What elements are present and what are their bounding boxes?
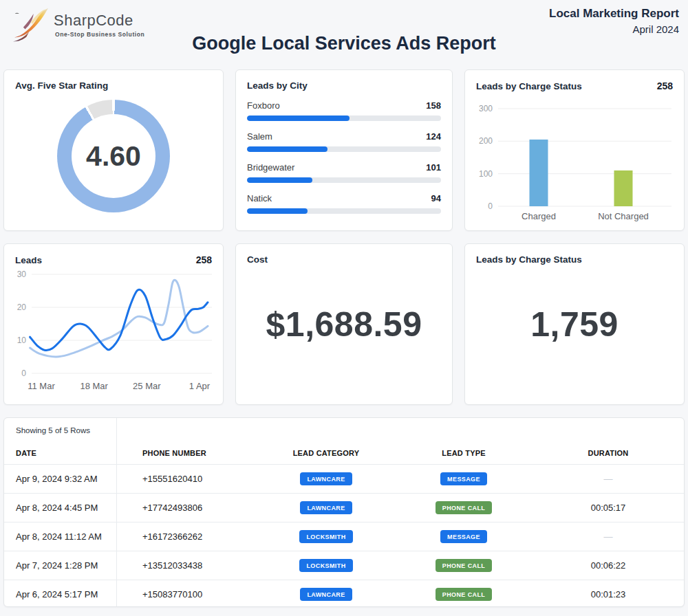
- city-label: Foxboro: [247, 100, 280, 111]
- table-row: Apr 8, 2024 11:12 AM+16172366262LOCKSMIT…: [4, 522, 684, 551]
- city-bar-track: [247, 116, 441, 121]
- cell-date: Apr 9, 2024 9:32 AM: [4, 474, 116, 484]
- cell-duration: —: [533, 474, 684, 484]
- brand-name: SharpCode: [54, 12, 144, 30]
- charge-status-bar-chart: 0100200300ChargedNot Charged: [476, 91, 673, 226]
- card-title: Avg. Five Star Rating: [15, 80, 108, 91]
- city-label: Natick: [247, 193, 272, 204]
- report-name: Local Marketing Report: [549, 7, 679, 21]
- rating-value: 4.60: [86, 140, 141, 173]
- report-meta: Local Marketing Report April 2024: [549, 7, 679, 35]
- cell-date: Apr 8, 2024 11:12 AM: [4, 531, 116, 542]
- table-row-count: Showing 5 of 5 Rows: [4, 418, 684, 442]
- city-value: 158: [426, 100, 441, 111]
- city-bar-row: Salem124: [247, 131, 441, 152]
- cell-date: Apr 7, 2024 1:28 PM: [4, 560, 116, 571]
- cell-duration: 00:05:17: [533, 503, 684, 513]
- cell-duration: —: [533, 531, 684, 542]
- leads-total-value: 1,759: [530, 305, 619, 344]
- cell-duration: 00:06:22: [533, 560, 684, 571]
- cell-lead-category: LOCKSMITH: [257, 559, 395, 572]
- svg-text:0: 0: [488, 201, 493, 211]
- column-header-duration: DURATION: [533, 449, 684, 457]
- cost-value: $1,688.59: [266, 305, 422, 344]
- cell-phone-number: +15551620410: [116, 474, 257, 484]
- cell-date: Apr 8, 2024 4:45 PM: [4, 503, 116, 513]
- column-header-lead-type: LEAD TYPE: [395, 449, 533, 457]
- card-title: Leads: [15, 255, 42, 265]
- cell-lead-type: MESSAGE: [395, 530, 533, 543]
- lead-type-badge: MESSAGE: [440, 472, 487, 485]
- city-bar-fill: [247, 177, 312, 183]
- lead-category-badge: LAWNCARE: [300, 588, 352, 601]
- lead-type-badge: PHONE CALL: [436, 559, 493, 572]
- svg-text:30: 30: [17, 270, 27, 279]
- widgets-grid: Avg. Five Star Rating 4.60 Leads by City…: [3, 69, 685, 405]
- svg-text:18 Mar: 18 Mar: [80, 381, 108, 391]
- cell-lead-type: PHONE CALL: [395, 501, 533, 514]
- table-row: Apr 7, 2024 1:28 PM+13512033438LOCKSMITH…: [4, 551, 684, 580]
- table-row: Apr 9, 2024 9:32 AM+15551620410LAWNCAREM…: [4, 464, 684, 493]
- table-column-divider: [116, 418, 117, 606]
- card-leads-by-city: Leads by City Foxboro158Salem124Bridgewa…: [235, 69, 453, 231]
- cell-lead-category: LAWNCARE: [257, 501, 395, 514]
- city-bar-track: [247, 146, 441, 152]
- card-charge-status-chart: Leads by Charge Status 258 0100200300Cha…: [464, 69, 685, 231]
- city-label: Bridgewater: [247, 162, 294, 173]
- report-header: SharpCode One-Stop Business Solution Goo…: [0, 0, 688, 69]
- report-period: April 2024: [549, 23, 679, 35]
- cell-phone-number: +13512033438: [116, 560, 257, 571]
- svg-text:1 Apr: 1 Apr: [189, 381, 211, 391]
- city-bar-fill: [247, 146, 327, 152]
- rating-donut-chart: 4.60: [57, 100, 170, 212]
- svg-text:300: 300: [479, 104, 493, 113]
- donut-hole: 4.60: [72, 114, 155, 198]
- card-title: Leads by Charge Status: [476, 81, 582, 91]
- city-bar-fill: [247, 116, 350, 121]
- cell-lead-type: PHONE CALL: [395, 559, 533, 572]
- column-header-phone-number: PHONE NUMBER: [116, 449, 257, 457]
- svg-text:10: 10: [17, 336, 27, 345]
- city-value: 94: [431, 193, 441, 204]
- table-header-row: DATE PHONE NUMBER LEAD CATEGORY LEAD TYP…: [4, 442, 684, 464]
- cell-phone-number: +16172366262: [116, 531, 257, 542]
- card-title: Leads by City: [247, 80, 308, 91]
- cell-date: Apr 6, 2024 5:17 PM: [4, 589, 116, 600]
- cell-lead-category: LOCKSMITH: [257, 530, 395, 543]
- city-value: 124: [426, 131, 441, 142]
- cell-lead-type: PHONE CALL: [395, 588, 533, 601]
- svg-text:100: 100: [479, 169, 493, 179]
- card-total-value: 258: [657, 80, 673, 91]
- svg-text:25 Mar: 25 Mar: [133, 381, 161, 391]
- city-value: 101: [426, 162, 441, 173]
- svg-text:20: 20: [17, 302, 27, 312]
- cell-lead-category: LAWNCARE: [257, 588, 395, 601]
- city-bar-row: Bridgewater101: [247, 162, 441, 183]
- leads-line-chart: 010203011 Mar18 Mar25 Mar1 Apr: [15, 265, 212, 397]
- lead-category-badge: LAWNCARE: [300, 472, 352, 485]
- lead-category-badge: LOCKSMITH: [299, 559, 352, 572]
- card-cost: Cost $1,688.59: [235, 243, 453, 405]
- leads-table-card: Showing 5 of 5 Rows DATE PHONE NUMBER LE…: [3, 417, 685, 607]
- column-header-date: DATE: [4, 449, 116, 457]
- cell-duration: 00:01:23: [533, 589, 684, 600]
- svg-text:Not Charged: Not Charged: [598, 211, 649, 221]
- svg-text:Charged: Charged: [522, 211, 556, 221]
- cell-phone-number: +15083770100: [116, 589, 257, 600]
- page-title: Google Local Services Ads Report: [0, 33, 688, 54]
- city-bar-row: Foxboro158: [247, 100, 441, 121]
- lead-category-badge: LAWNCARE: [300, 501, 352, 514]
- card-charge-status-total: Leads by Charge Status 1,759: [464, 243, 685, 405]
- cell-lead-category: LAWNCARE: [257, 472, 395, 485]
- city-label: Salem: [247, 131, 272, 142]
- city-bars-chart: Foxboro158Salem124Bridgewater101Natick94: [247, 100, 441, 214]
- lead-type-badge: PHONE CALL: [436, 588, 493, 601]
- city-bar-track: [247, 177, 441, 183]
- table-body: Apr 9, 2024 9:32 AM+15551620410LAWNCAREM…: [4, 464, 684, 607]
- card-leads-line: Leads 258 010203011 Mar18 Mar25 Mar1 Apr: [3, 243, 224, 405]
- cell-lead-type: MESSAGE: [395, 472, 533, 485]
- lead-type-badge: PHONE CALL: [436, 501, 493, 514]
- card-total-value: 258: [196, 254, 212, 265]
- svg-text:200: 200: [479, 136, 493, 146]
- svg-text:0: 0: [21, 368, 26, 378]
